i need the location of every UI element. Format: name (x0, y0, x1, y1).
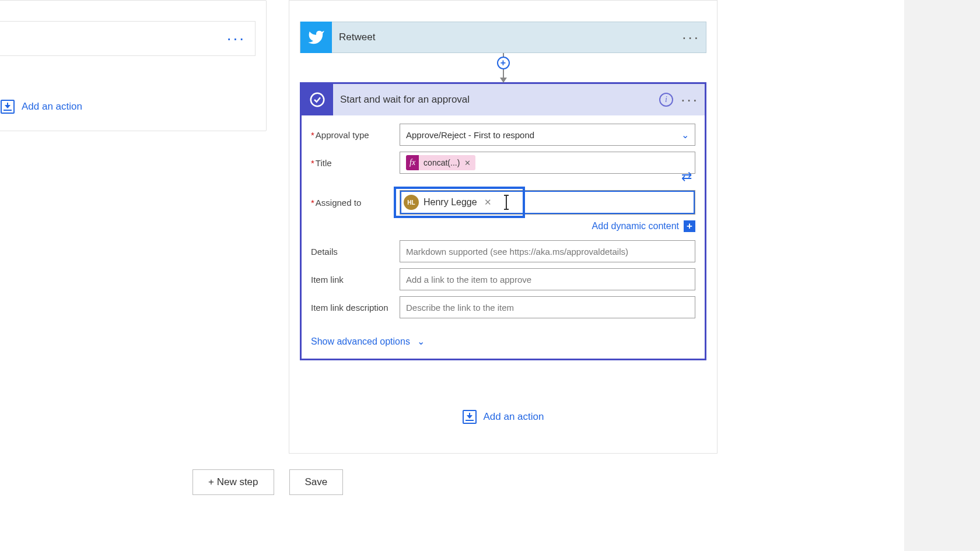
title-input[interactable]: fx concat(...) ✕ (400, 152, 695, 174)
right-background-panel (904, 0, 980, 551)
retweet-action-card[interactable]: Retweet ··· (300, 22, 706, 53)
left-branch-action-header[interactable]: ··· (0, 21, 256, 56)
approval-type-value: Approve/Reject - First to respond (406, 130, 534, 140)
add-dynamic-content[interactable]: Add dynamic content + (311, 220, 695, 232)
show-advanced-label: Show advanced options (311, 336, 410, 347)
add-step-plus-icon[interactable]: + (497, 57, 510, 69)
footer-buttons: + New step Save (192, 469, 343, 495)
more-options-icon[interactable]: ··· (681, 91, 699, 109)
remove-person-icon[interactable]: ✕ (484, 197, 492, 208)
save-button[interactable]: Save (289, 469, 344, 495)
fx-expression-token[interactable]: fx concat(...) ✕ (406, 155, 475, 170)
person-avatar: HL (404, 195, 419, 210)
approval-icon (302, 84, 333, 115)
item-link-row: Item link (311, 268, 695, 290)
flow-connector: + (289, 53, 717, 82)
details-input-field[interactable] (406, 247, 689, 257)
item-link-input[interactable] (400, 268, 695, 290)
details-label: Details (311, 247, 400, 257)
item-link-description-label: Item link description (311, 303, 400, 313)
show-advanced-options[interactable]: Show advanced options ⌄ (311, 336, 425, 347)
add-action-icon (463, 410, 477, 424)
item-link-description-row: Item link description (311, 296, 695, 318)
approval-header[interactable]: Start and wait for an approval i ··· (302, 84, 705, 115)
person-chip[interactable]: HL Henry Legge ✕ (404, 194, 495, 211)
left-add-action-label: Add an action (22, 101, 82, 113)
left-branch-card: ··· Add an action (0, 0, 267, 131)
main-flow-column: Retweet ··· + Start and wait for an appr… (289, 0, 718, 454)
item-link-label: Item link (311, 275, 400, 285)
more-options-icon[interactable]: ··· (223, 29, 249, 48)
item-link-input-field[interactable] (406, 275, 689, 285)
title-row: *Title fx concat(...) ✕ (311, 152, 695, 174)
swap-mode-icon[interactable]: ⇄ (681, 169, 692, 184)
assigned-to-label: *Assigned to (311, 198, 400, 208)
person-name: Henry Legge (424, 197, 477, 208)
info-icon[interactable]: i (659, 93, 673, 107)
chevron-down-icon: ⌄ (417, 336, 425, 347)
fx-badge-icon: fx (406, 155, 419, 170)
approval-body: *Approval type Approve/Reject - First to… (302, 115, 705, 359)
text-cursor-icon (506, 196, 507, 209)
new-step-button[interactable]: + New step (192, 469, 274, 495)
details-input[interactable] (400, 240, 695, 262)
approval-type-label: *Approval type (311, 130, 400, 140)
assigned-to-row: *Assigned to ⇄ HL Henry Legge ✕ (311, 190, 695, 215)
item-link-description-input[interactable] (400, 296, 695, 318)
fx-token-label: concat(...) (424, 158, 460, 167)
retweet-title: Retweet (339, 31, 375, 43)
item-link-description-input-field[interactable] (406, 303, 689, 313)
add-dynamic-content-plus-icon[interactable]: + (684, 220, 695, 232)
assigned-to-input[interactable]: HL Henry Legge ✕ (400, 190, 695, 215)
bottom-add-action-label: Add an action (484, 411, 544, 423)
title-label: *Title (311, 158, 400, 168)
approval-type-select[interactable]: Approve/Reject - First to respond ⌄ (400, 124, 695, 146)
add-action-icon (1, 100, 15, 114)
svg-point-0 (311, 93, 324, 107)
more-options-icon[interactable]: ··· (682, 29, 700, 47)
left-add-action[interactable]: Add an action (1, 100, 266, 114)
details-row: Details (311, 240, 695, 262)
arrow-down-icon (500, 78, 507, 83)
approval-type-row: *Approval type Approve/Reject - First to… (311, 124, 695, 146)
twitter-icon (300, 22, 332, 53)
add-dynamic-content-label: Add dynamic content (592, 221, 679, 231)
approval-title: Start and wait for an approval (340, 94, 470, 106)
approval-action-card: Start and wait for an approval i ··· *Ap… (300, 82, 706, 360)
chevron-down-icon: ⌄ (681, 129, 689, 141)
remove-token-icon[interactable]: ✕ (464, 159, 471, 167)
bottom-add-action[interactable]: Add an action (289, 410, 717, 424)
